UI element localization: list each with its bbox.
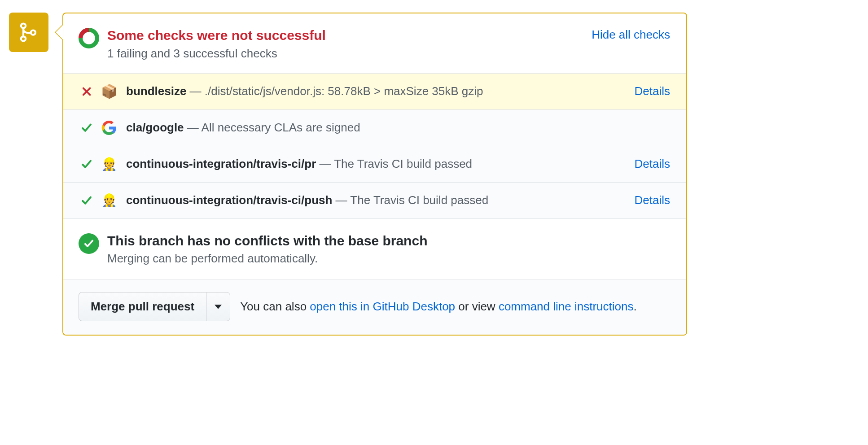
merge-section: Merge pull request You can also open thi… [63, 279, 686, 335]
check-name: continuous-integration/travis-ci/pr [126, 157, 316, 170]
check-row-travis-push: 👷 continuous-integration/travis-ci/push … [63, 182, 686, 218]
check-row-cla-google: cla/google — All necessary CLAs are sign… [63, 109, 686, 146]
conflict-title: This branch has no conflicts with the ba… [107, 232, 427, 249]
svg-point-1 [21, 36, 26, 41]
open-desktop-link[interactable]: open this in GitHub Desktop [310, 300, 455, 313]
merge-dropdown-button[interactable] [206, 292, 230, 321]
details-link[interactable]: Details [635, 157, 670, 171]
details-link[interactable]: Details [635, 84, 670, 98]
hide-all-checks-link[interactable]: Hide all checks [592, 28, 670, 42]
cli-instructions-link[interactable]: command line instructions [499, 300, 634, 313]
git-merge-icon [18, 22, 39, 43]
package-icon: 📦 [101, 83, 117, 100]
conflict-section: This branch has no conflicts with the ba… [63, 218, 686, 279]
check-text: continuous-integration/travis-ci/push — … [126, 193, 626, 207]
google-icon [101, 120, 117, 136]
check-name: bundlesize [126, 84, 186, 98]
check-name: cla/google [126, 121, 184, 134]
details-link[interactable]: Details [635, 193, 670, 207]
checks-subtitle: 1 failing and 3 successful checks [107, 47, 583, 61]
panel-pointer [55, 24, 63, 40]
conflict-subtitle: Merging can be performed automatically. [107, 252, 427, 266]
caret-down-icon [215, 304, 222, 310]
check-name: continuous-integration/travis-ci/push [126, 193, 332, 207]
check-icon [81, 159, 92, 170]
check-icon [81, 122, 92, 133]
svg-point-0 [21, 24, 26, 28]
check-text: bundlesize — ./dist/static/js/vendor.js:… [126, 84, 626, 98]
check-text: continuous-integration/travis-ci/pr — Th… [126, 157, 626, 171]
checks-title: Some checks were not successful [107, 27, 583, 44]
check-row-travis-pr: 👷 continuous-integration/travis-ci/pr — … [63, 146, 686, 182]
check-text: cla/google — All necessary CLAs are sign… [126, 121, 670, 135]
merge-help-text: You can also open this in GitHub Desktop… [240, 300, 637, 314]
check-row-bundlesize: 📦 bundlesize — ./dist/static/js/vendor.j… [63, 73, 686, 109]
travis-icon: 👷 [101, 192, 117, 209]
x-icon [81, 86, 92, 97]
checks-header: Some checks were not successful 1 failin… [63, 13, 686, 73]
status-donut-icon [79, 28, 99, 48]
travis-icon: 👷 [101, 156, 117, 172]
merge-status-badge [9, 13, 48, 52]
check-icon [81, 195, 92, 206]
svg-point-2 [31, 31, 35, 35]
checks-panel: Some checks were not successful 1 failin… [62, 13, 687, 336]
merge-pull-request-button[interactable]: Merge pull request [79, 292, 206, 321]
merge-button-group: Merge pull request [79, 292, 230, 321]
success-circle-icon [79, 233, 99, 254]
